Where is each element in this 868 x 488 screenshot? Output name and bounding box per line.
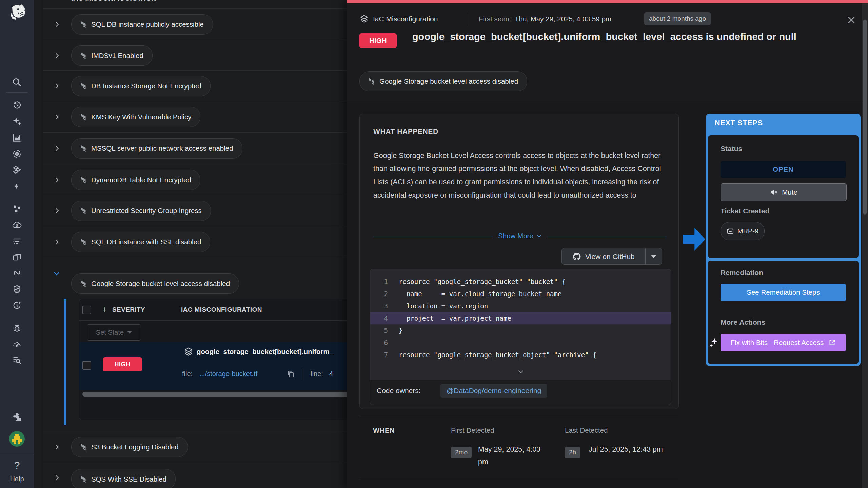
log-search-icon[interactable] [11,354,23,366]
misconfig-pill[interactable]: KMS Key With Vulnerable Policy [71,107,200,127]
org-avatar[interactable] [9,431,25,447]
quality-gauge-icon[interactable] [11,338,23,350]
chevron-right-icon[interactable] [53,474,61,482]
code-line: 5} [370,324,671,337]
what-happened-heading: WHAT HAPPENED [373,127,438,136]
bits-ai-sparkles-icon[interactable] [11,116,23,127]
list-header-cutoff: IAC MISCONFIGURATION [71,0,156,2]
row-checkbox[interactable] [82,361,91,370]
line-label: line: [311,370,323,378]
help-question-icon[interactable]: ? [0,460,34,471]
metrics-chart-icon[interactable] [11,132,23,143]
security-shield-icon[interactable] [11,284,23,295]
chevron-right-icon[interactable] [53,207,61,215]
see-remediation-steps-button[interactable]: See Remediation Steps [721,284,846,301]
misconfig-group-row[interactable]: SQL DB instance publicly accessible [43,8,347,40]
datadog-logo[interactable] [7,3,27,22]
view-on-github-button[interactable]: View on GitHub [561,248,646,265]
chevron-right-icon[interactable] [53,82,61,90]
events-bolt-icon[interactable] [11,181,23,192]
code-owners-link[interactable]: @DataDog/demo-engineering [440,384,547,398]
findings-table: ↓ SEVERITY IAC MISCONFIGURATION Set Stat… [79,299,347,420]
terraform-icon [80,52,87,59]
code-line: 3 location = var.region [370,300,671,312]
ticket-inbox-icon [727,227,734,235]
log-filter-icon[interactable] [11,236,23,247]
terraform-icon [369,78,375,85]
chevron-down-icon[interactable] [53,269,61,278]
code-line: 7resource "google_storage_bucket_object"… [370,349,671,361]
status-open-button[interactable]: OPEN [721,161,846,178]
help-label[interactable]: Help [0,475,34,483]
misconfig-pill[interactable]: SQL DB instance with SSL disabled [71,232,210,252]
horizontal-scrollbar-thumb[interactable] [82,392,347,396]
misconfig-pill[interactable]: DynamoDB Table Not Encrypted [71,170,200,190]
error-tracking-bug-icon[interactable] [11,322,23,334]
cloud-siem-clock-icon[interactable] [11,300,23,311]
misconfig-group-row[interactable]: SQS With SSE Disabled [43,462,347,488]
separator [467,13,467,26]
service-map-link-icon[interactable] [11,267,23,279]
file-link[interactable]: .../storage-bucket.tf [199,370,257,378]
bits-sparkle-icon [709,337,720,348]
misconfig-group-row[interactable]: S3 Bucket Logging Disabled [43,431,347,462]
misconfig-group-row[interactable]: IMDSv1 Enabled [43,40,347,71]
misconfig-group-row[interactable]: DB Instance Storage Not Encrypted [43,70,347,101]
misconfig-group-row[interactable]: MSSQL server public network access enabl… [43,132,347,164]
misconfig-pill[interactable]: SQS With SSE Disabled [71,469,176,488]
chevron-right-icon[interactable] [53,113,61,121]
chevron-right-icon[interactable] [53,443,61,451]
chevron-right-icon[interactable] [53,145,61,152]
code-line: 2 name = var.cloud_storage_bucket_name [370,288,671,300]
age-badge: about 2 months ago [644,12,711,25]
software-catalog-icon[interactable] [11,164,23,176]
misconfig-pill[interactable]: S3 Bucket Logging Disabled [71,437,188,457]
code-owners-row: Code owners: @DataDog/demo-engineering [370,380,671,405]
history-icon[interactable] [11,99,23,111]
chevron-right-icon[interactable] [53,21,61,28]
code-line: 1resource "google_storage_bucket" "bucke… [370,276,671,288]
close-icon[interactable] [846,15,856,25]
finding-row-selected[interactable]: HIGH google_storage_bucket[bucket].unifo… [79,342,347,390]
resources-hexagons-icon[interactable] [11,203,23,215]
misconfig-pill[interactable]: MSSQL server public network access enabl… [71,138,242,159]
misconfig-pill-expanded[interactable]: Google Storage bucket level access disab… [71,273,239,294]
sort-desc-icon[interactable]: ↓ [103,305,106,313]
set-state-button[interactable]: Set State [87,324,141,341]
app-screen: $ ? Help [0,0,868,488]
misconfig-group-row[interactable]: DynamoDB Table Not Encrypted [43,164,347,195]
misconfig-group-row[interactable]: SQL DB instance with SSL disabled [43,226,347,257]
rule-tag-pill[interactable]: Google Storage bucket level access disab… [359,71,527,92]
iac-stack-icon [359,14,369,24]
misconfig-pill[interactable]: Unrestricted Security Group Ingress [71,201,211,221]
search-icon[interactable] [11,77,23,88]
misconfig-group-row[interactable]: Unrestricted Security Group Ingress [43,195,347,226]
integrations-puzzle-icon[interactable] [11,411,23,423]
chevron-down-icon [536,233,542,239]
cloud-cost-icon[interactable]: $ [11,220,23,231]
terraform-icon [80,207,87,215]
chevron-right-icon[interactable] [53,52,61,59]
misconfig-pill[interactable]: DB Instance Storage Not Encrypted [71,76,211,96]
misconfig-pill[interactable]: SQL DB instance publicly accessible [71,14,213,35]
misconfig-pill[interactable]: IMDSv1 Enabled [71,45,153,66]
mute-button[interactable]: Mute [721,183,847,201]
ticket-pill[interactable]: MRP-9 [721,222,765,240]
select-all-checkbox[interactable] [82,306,91,314]
copy-icon[interactable] [287,370,295,378]
external-link-icon [828,339,836,346]
vertical-scrollbar-thumb[interactable] [863,20,867,215]
severity-column-header[interactable]: SEVERITY [112,306,145,313]
first-seen-label: First seen: [479,15,511,23]
github-dropdown-button[interactable] [645,248,662,265]
watchdog-target-icon[interactable] [11,148,23,160]
expand-code-chevron-icon[interactable] [517,369,524,375]
show-more-link[interactable]: Show More [498,232,542,240]
fix-with-bits-button[interactable]: Fix with Bits - Request Access [721,334,846,351]
chevron-right-icon[interactable] [53,238,61,246]
terraform-icon [80,238,87,246]
misconfig-group-row[interactable]: KMS Key With Vulnerable Policy [43,101,347,133]
chevron-right-icon[interactable] [53,176,61,184]
misconfiguration-column-header[interactable]: IAC MISCONFIGURATION [181,306,262,313]
app-windows-icon[interactable] [11,251,23,263]
